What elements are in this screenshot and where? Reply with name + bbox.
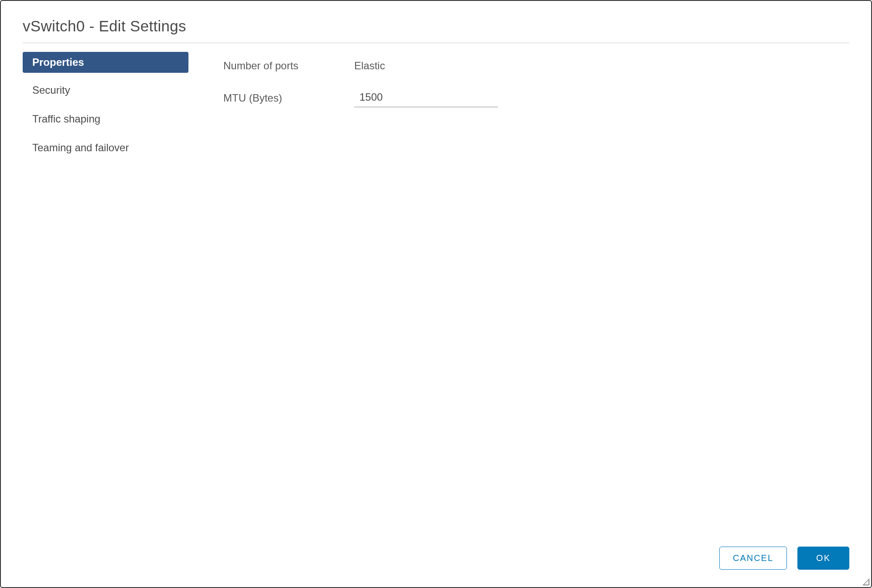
mtu-input[interactable] <box>354 88 498 107</box>
dialog-header: vSwitch0 - Edit Settings <box>1 1 871 43</box>
ports-value: Elastic <box>354 60 385 72</box>
sidebar-item-label: Traffic shaping <box>32 113 100 125</box>
resize-handle-icon[interactable] <box>862 578 869 585</box>
sidebar-item-properties[interactable]: Properties <box>23 52 188 73</box>
sidebar: Properties Security Traffic shaping Team… <box>23 52 215 547</box>
dialog-footer: CANCEL OK <box>1 547 871 587</box>
ports-label: Number of ports <box>223 60 354 72</box>
sidebar-item-teaming-failover[interactable]: Teaming and failover <box>23 136 206 159</box>
mtu-row: MTU (Bytes) <box>223 88 849 107</box>
sidebar-item-security[interactable]: Security <box>23 79 206 102</box>
dialog-title: vSwitch0 - Edit Settings <box>23 17 849 35</box>
sidebar-item-traffic-shaping[interactable]: Traffic shaping <box>23 108 206 130</box>
ports-row: Number of ports Elastic <box>223 60 849 72</box>
ok-button[interactable]: OK <box>797 547 849 570</box>
content-panel: Number of ports Elastic MTU (Bytes) <box>215 52 849 547</box>
mtu-label: MTU (Bytes) <box>223 92 354 104</box>
sidebar-item-label: Properties <box>32 56 84 68</box>
sidebar-item-label: Security <box>32 84 70 96</box>
edit-settings-dialog: vSwitch0 - Edit Settings Properties Secu… <box>0 0 872 588</box>
dialog-body: Properties Security Traffic shaping Team… <box>1 43 871 547</box>
cancel-button[interactable]: CANCEL <box>719 547 787 570</box>
sidebar-item-label: Teaming and failover <box>32 142 129 153</box>
